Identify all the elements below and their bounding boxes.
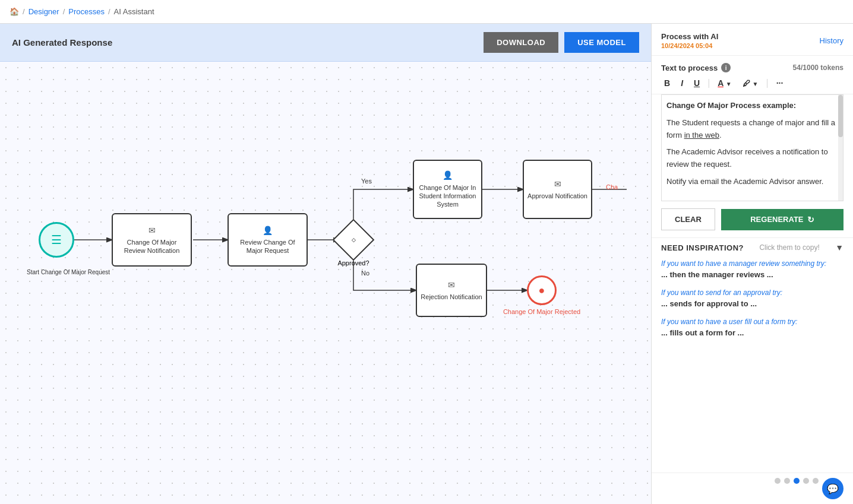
separator: / bbox=[23, 7, 25, 16]
main-layout: AI Generated Response DOWNLOAD USE MODEL bbox=[0, 24, 853, 504]
toolbar-sep1: | bbox=[707, 78, 710, 88]
content-line-1: Change Of Major Process example: bbox=[666, 100, 838, 112]
canvas-area: AI Generated Response DOWNLOAD USE MODEL bbox=[0, 24, 651, 504]
font-color-button[interactable]: A ▼ bbox=[715, 77, 734, 89]
nav-designer[interactable]: Designer bbox=[29, 7, 59, 16]
chat-icon[interactable]: 💬 bbox=[822, 478, 843, 499]
task2-label: Review Change Of Major Request bbox=[232, 238, 303, 255]
info-icon: i bbox=[721, 63, 731, 72]
task-change-major-review[interactable]: ✉ Change Of Major Review Notification bbox=[112, 213, 192, 267]
inspiration-prompt-1: If you want to have a manager review som… bbox=[661, 259, 843, 268]
download-button[interactable]: DOWNLOAD bbox=[484, 32, 558, 53]
task5-label: Rejection Notification bbox=[421, 293, 482, 301]
separator3: / bbox=[108, 7, 110, 16]
nav-current: AI Assistant bbox=[114, 7, 154, 16]
bold-button[interactable]: B bbox=[661, 77, 673, 89]
inspiration-item-1[interactable]: If you want to have a manager review som… bbox=[661, 259, 843, 279]
inspiration-chevron[interactable]: ▼ bbox=[835, 243, 843, 252]
gateway-label: Approved? bbox=[337, 259, 369, 267]
inspiration-item-3[interactable]: If you want to have a user fill out a fo… bbox=[661, 318, 843, 337]
text-content-area[interactable]: Change Of Major Process example: The Stu… bbox=[661, 94, 843, 201]
ai-banner-buttons: DOWNLOAD USE MODEL bbox=[484, 32, 639, 53]
inspiration-subtitle: Click them to copy! bbox=[759, 243, 819, 252]
inspiration-item-2[interactable]: If you want to send for an approval try:… bbox=[661, 289, 843, 308]
scrollbar-track[interactable] bbox=[838, 95, 843, 201]
gateway[interactable]: ◇ Approved? bbox=[339, 225, 368, 255]
use-model-button[interactable]: USE MODEL bbox=[564, 32, 639, 53]
task3-label: Change Of Major In Student Information S… bbox=[418, 183, 478, 209]
panel-header: Process with AI 10/24/2024 05:04 History bbox=[652, 24, 853, 56]
inspiration-section: NEED INSPIRATION? Click them to copy! ▼ … bbox=[652, 237, 853, 473]
scrollbar-thumb[interactable] bbox=[838, 95, 843, 137]
content-line-3: The Academic Advisor receives a notifica… bbox=[666, 146, 838, 171]
clear-button[interactable]: CLEAR bbox=[661, 208, 715, 230]
start-event[interactable]: ☰ Start Change Of Major Request bbox=[39, 222, 74, 258]
separator2: / bbox=[63, 7, 65, 16]
ai-banner: AI Generated Response DOWNLOAD USE MODEL bbox=[0, 24, 651, 62]
user-icon-1: 👤 bbox=[263, 225, 273, 236]
inspiration-text-2: ... sends for approval to ... bbox=[661, 299, 843, 308]
content-line-2: The Student requests a change of major a… bbox=[666, 117, 838, 142]
cha-label: Cha bbox=[606, 183, 618, 191]
email-icon-3: ✉ bbox=[448, 280, 455, 290]
regenerate-button[interactable]: REGENERATE ↻ bbox=[721, 209, 843, 230]
ai-banner-title: AI Generated Response bbox=[12, 37, 112, 47]
task1-label: Change Of Major Review Notification bbox=[116, 238, 187, 255]
underline-button[interactable]: U bbox=[691, 77, 703, 89]
task4-label: Approval Notification bbox=[527, 192, 587, 200]
start-event-label: Start Change Of Major Request bbox=[27, 269, 86, 275]
dot-5 bbox=[813, 478, 819, 484]
gateway-icon: ◇ bbox=[352, 237, 356, 243]
text-to-process-label: Text to process i 54/1000 tokens bbox=[661, 63, 843, 72]
token-count: 54/1000 tokens bbox=[793, 64, 843, 72]
action-buttons: CLEAR REGENERATE ↻ bbox=[652, 201, 853, 237]
text-to-process-section: Text to process i 54/1000 tokens bbox=[652, 56, 853, 72]
rejected-label: Change Of Major Rejected bbox=[503, 308, 580, 315]
inspiration-text-3: ... fills out a form for ... bbox=[661, 328, 843, 337]
text-toolbar: B I U | A ▼ 🖊 ▼ | ··· bbox=[652, 72, 853, 94]
end-icon: ● bbox=[539, 284, 545, 297]
content-line-4: Notify via email the Academic Advisor an… bbox=[666, 176, 838, 188]
inspiration-prompt-3: If you want to have a user fill out a fo… bbox=[661, 318, 843, 326]
no-label: No bbox=[361, 270, 369, 277]
right-panel: Process with AI 10/24/2024 05:04 History… bbox=[651, 24, 853, 504]
breadcrumb: 🏠 / Designer / Processes / AI Assistant bbox=[0, 0, 853, 24]
email-icon-1: ✉ bbox=[149, 225, 156, 236]
italic-button[interactable]: I bbox=[678, 77, 686, 89]
task-change-major-sis[interactable]: 👤 Change Of Major In Student Information… bbox=[413, 160, 482, 219]
yes-label: Yes bbox=[361, 177, 372, 185]
bpmn-canvas[interactable]: ☰ Start Change Of Major Request ✉ Change… bbox=[0, 62, 651, 504]
home-icon[interactable]: 🏠 bbox=[10, 7, 19, 16]
dot-4 bbox=[803, 478, 809, 484]
inspiration-prompt-2: If you want to send for an approval try: bbox=[661, 289, 843, 297]
panel-process-title: Process with AI 10/24/2024 05:04 History bbox=[661, 32, 843, 49]
start-icon: ☰ bbox=[51, 233, 62, 247]
task-approval-notification[interactable]: ✉ Approval Notification bbox=[523, 160, 592, 219]
dot-3 bbox=[794, 478, 800, 484]
end-event-rejected[interactable]: ● Change Of Major Rejected bbox=[527, 275, 557, 305]
panel-title: Process with AI bbox=[661, 32, 718, 41]
toolbar-sep2: | bbox=[766, 78, 768, 88]
dot-2 bbox=[784, 478, 790, 484]
more-button[interactable]: ··· bbox=[773, 77, 786, 89]
history-button[interactable]: History bbox=[820, 36, 843, 45]
regenerate-icon: ↻ bbox=[807, 215, 814, 224]
highlight-button[interactable]: 🖊 ▼ bbox=[740, 77, 762, 89]
dot-1 bbox=[775, 478, 781, 484]
nav-processes[interactable]: Processes bbox=[68, 7, 105, 16]
task-review-change[interactable]: 👤 Review Change Of Major Request bbox=[228, 213, 308, 267]
email-icon-2: ✉ bbox=[554, 179, 561, 189]
task-rejection-notification[interactable]: ✉ Rejection Notification bbox=[416, 264, 487, 317]
inspiration-text-1: ... then the manager reviews ... bbox=[661, 270, 843, 279]
panel-date: 10/24/2024 05:04 bbox=[661, 42, 718, 49]
inspiration-header: NEED INSPIRATION? Click them to copy! ▼ bbox=[661, 243, 843, 252]
inspiration-title: NEED INSPIRATION? bbox=[661, 243, 744, 252]
bottom-dots: 💬 bbox=[652, 473, 853, 504]
user-icon-2: 👤 bbox=[443, 170, 453, 180]
